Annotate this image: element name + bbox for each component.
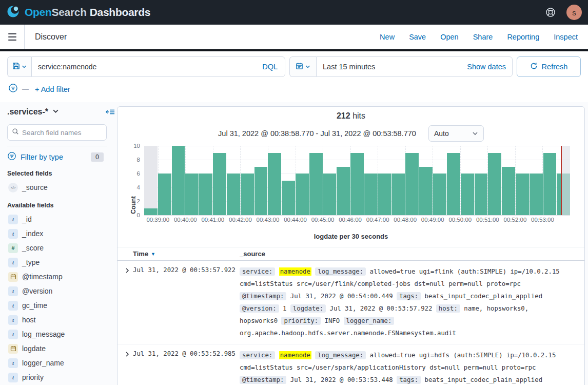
- bar-fill: [296, 174, 309, 215]
- field-item-gc_time[interactable]: tgc_time: [7, 298, 107, 313]
- refresh-button[interactable]: Refresh: [517, 56, 581, 77]
- string-field-icon: t: [8, 301, 18, 311]
- histogram-bar[interactable]: [433, 146, 446, 215]
- query-input[interactable]: [32, 63, 255, 71]
- field-item-_source[interactable]: </>_source: [7, 180, 107, 195]
- plot-area: 0246810: [144, 146, 570, 215]
- histogram-bar[interactable]: [364, 146, 378, 215]
- histogram-bar[interactable]: [296, 146, 309, 215]
- chevron-down-icon: [52, 107, 59, 117]
- y-axis-labels: 0246810: [127, 146, 140, 215]
- hamburger-menu-icon[interactable]: [0, 25, 25, 49]
- source-field-key: host:: [436, 304, 460, 313]
- search-icon: [12, 128, 19, 137]
- histogram-bar[interactable]: [227, 146, 240, 215]
- nav-link-save[interactable]: Save: [404, 30, 431, 44]
- field-item-_index[interactable]: t_index: [7, 226, 107, 241]
- histogram-header: Jul 31, 2022 @ 00:38:58.770 - Jul 31, 20…: [117, 125, 584, 142]
- refresh-label: Refresh: [542, 63, 568, 71]
- collapse-sidebar-icon[interactable]: [106, 108, 115, 117]
- histogram-bar[interactable]: [254, 146, 268, 215]
- query-language-button[interactable]: DQL: [255, 63, 285, 71]
- filter-by-type-button[interactable]: Filter by type: [21, 153, 63, 161]
- add-filter-button[interactable]: + Add filter: [33, 85, 72, 93]
- histogram-bar[interactable]: [213, 146, 226, 215]
- histogram-bar[interactable]: [516, 146, 529, 215]
- interval-select[interactable]: Auto: [428, 125, 484, 142]
- bar-fill: [144, 208, 158, 216]
- y-tick-label: 10: [133, 143, 140, 149]
- date-picker: Last 15 minutes Show dates: [289, 56, 513, 77]
- histogram-bar[interactable]: [199, 146, 212, 215]
- field-item-_score[interactable]: #_score: [7, 241, 107, 255]
- user-avatar[interactable]: s: [566, 5, 582, 20]
- nav-link-inspect[interactable]: Inspect: [548, 30, 583, 44]
- field-item-log_message[interactable]: tlog_message: [7, 327, 107, 341]
- calendar-button[interactable]: [289, 56, 316, 77]
- histogram-bar[interactable]: [309, 146, 323, 215]
- index-pattern-selector[interactable]: .services-*: [7, 107, 107, 117]
- histogram-bar[interactable]: [268, 146, 281, 215]
- bar-fill: [323, 174, 337, 215]
- field-name: log_message: [22, 330, 65, 338]
- highlighted-term: namenode: [279, 351, 311, 359]
- interval-value: Auto: [434, 129, 449, 138]
- histogram-bar[interactable]: [241, 146, 254, 215]
- field-item-_type[interactable]: t_type: [7, 255, 107, 270]
- histogram-bar[interactable]: [144, 146, 158, 215]
- field-name: @version: [22, 287, 52, 295]
- calendar-field-icon: [8, 272, 18, 282]
- saved-query-button[interactable]: [7, 56, 31, 77]
- histogram-bar[interactable]: [185, 146, 199, 215]
- opensearch-logo[interactable]: OpenSearchDashboards: [6, 5, 150, 21]
- histogram-bar[interactable]: [392, 146, 405, 215]
- histogram-bar[interactable]: [282, 146, 295, 215]
- show-dates-button[interactable]: Show dates: [467, 63, 506, 71]
- histogram-bar[interactable]: [323, 146, 337, 215]
- field-item-host[interactable]: thost: [7, 313, 107, 327]
- histogram-bar[interactable]: [350, 146, 364, 215]
- bar-fill: [419, 167, 433, 216]
- field-search-input[interactable]: [22, 129, 102, 137]
- x-axis-title: logdate per 30 seconds: [117, 233, 584, 240]
- time-range-value[interactable]: Last 15 minutes: [323, 63, 375, 71]
- source-field-key: tags:: [397, 292, 421, 300]
- nav-link-share[interactable]: Share: [468, 30, 498, 44]
- table-row: Jul 31, 2022 @ 00:53:57.922service: name…: [117, 261, 584, 344]
- histogram-bar[interactable]: [530, 146, 543, 215]
- histogram-bar[interactable]: [488, 146, 501, 215]
- source-field-key: service:: [240, 267, 275, 276]
- x-tick-label: 00:39:00: [146, 217, 169, 223]
- histogram-bar[interactable]: [461, 146, 474, 215]
- results-table-body: Jul 31, 2022 @ 00:53:57.922service: name…: [117, 261, 584, 385]
- histogram-bar[interactable]: [378, 146, 391, 215]
- x-tick-label: 00:42:00: [229, 217, 252, 223]
- expand-row-button[interactable]: [122, 265, 133, 275]
- field-item-@timestamp[interactable]: @timestamp: [7, 270, 107, 284]
- expand-row-button[interactable]: [122, 349, 133, 359]
- histogram-bar[interactable]: [172, 146, 185, 215]
- field-item-_id[interactable]: t_id: [7, 212, 107, 226]
- histogram-bar[interactable]: [337, 146, 350, 215]
- nav-link-new[interactable]: New: [375, 30, 400, 44]
- histogram-bar[interactable]: [405, 146, 419, 215]
- histogram-bar[interactable]: [158, 146, 171, 215]
- nav-link-open[interactable]: Open: [435, 30, 463, 44]
- nav-link-reporting[interactable]: Reporting: [502, 30, 544, 44]
- source-field-value: INFO: [325, 317, 340, 324]
- field-item-logdate[interactable]: logdate: [7, 341, 107, 356]
- opensearch-dashboards-app: OpenSearchDashboards s Discover NewSaveO…: [0, 0, 588, 385]
- x-tick-label: 00:52:00: [504, 217, 527, 223]
- y-tick-label: 4: [137, 184, 140, 190]
- histogram-bar[interactable]: [475, 146, 488, 215]
- histogram-bar[interactable]: [502, 146, 515, 215]
- column-header-time[interactable]: Time ▼: [133, 250, 240, 258]
- histogram-bar[interactable]: [419, 146, 433, 215]
- field-item-@version[interactable]: t@version: [7, 284, 107, 298]
- field-item-logger_name[interactable]: tlogger_name: [7, 356, 107, 370]
- histogram-bar[interactable]: [543, 146, 557, 215]
- histogram-bar[interactable]: [447, 146, 460, 215]
- help-icon[interactable]: [544, 6, 557, 19]
- filter-icon[interactable]: [8, 83, 18, 95]
- field-item-priority[interactable]: tpriority: [7, 370, 107, 384]
